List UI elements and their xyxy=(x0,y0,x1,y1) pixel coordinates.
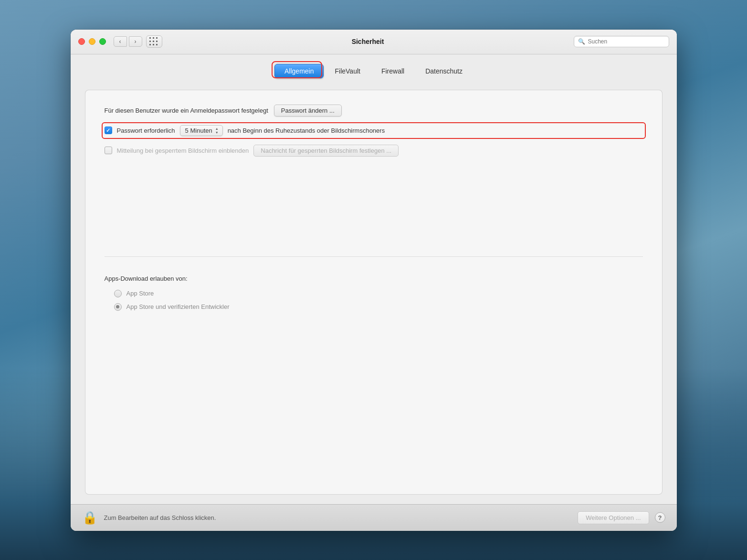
password-row: Für diesen Benutzer wurde ein Anmeldepas… xyxy=(105,105,643,116)
tabs: Allgemein FileVault Firewall Datenschutz xyxy=(274,64,473,78)
password-required-checkbox[interactable]: ✓ xyxy=(105,127,112,134)
overview-button[interactable] xyxy=(146,35,162,48)
radio-appstore-verified-label: App Store und verifizierten Entwickler xyxy=(126,303,230,310)
tabs-wrapper: Allgemein FileVault Firewall Datenschutz xyxy=(85,64,663,78)
checkmark-icon: ✓ xyxy=(106,128,110,133)
content-area: Allgemein FileVault Firewall Datenschutz… xyxy=(71,54,677,504)
radio-selected-indicator xyxy=(116,305,119,308)
window-title: Sicherheit xyxy=(162,38,574,45)
mitteilung-checkbox[interactable] xyxy=(105,147,112,154)
search-icon: 🔍 xyxy=(578,38,585,45)
change-password-button[interactable]: Passwort ändern ... xyxy=(274,105,342,116)
back-button[interactable]: ‹ xyxy=(114,36,127,47)
lock-text: Zum Bearbeiten auf das Schloss klicken. xyxy=(104,514,578,521)
help-button[interactable]: ? xyxy=(655,512,665,523)
forward-button[interactable]: › xyxy=(129,36,142,47)
password-row-label: Für diesen Benutzer wurde ein Anmeldepas… xyxy=(105,107,268,114)
radio-appstore: App Store xyxy=(114,290,643,297)
question-mark-icon: ? xyxy=(658,514,662,521)
search-box[interactable]: 🔍 xyxy=(574,36,669,47)
apps-section-title: Apps-Download erlauben von: xyxy=(105,275,643,282)
time-dropdown[interactable]: 5 Minuten ▲ ▼ xyxy=(180,125,223,136)
mitteilung-label: Mitteilung bei gesperrtem Bildschirm ein… xyxy=(117,147,249,154)
tab-allgemein[interactable]: Allgemein xyxy=(274,64,324,78)
mitteilung-button: Nachricht für gesperrten Bildschirm fest… xyxy=(253,145,399,157)
system-preferences-window: ‹ › Sicherheit 🔍 Allgemein xyxy=(71,30,677,531)
search-input[interactable] xyxy=(588,38,665,45)
dropdown-value: 5 Minuten xyxy=(185,127,212,134)
chevron-down-icon: ▼ xyxy=(215,131,219,134)
radio-group: App Store App Store und verifizierten En… xyxy=(114,290,643,311)
apps-section: Apps-Download erlauben von: App Store Ap… xyxy=(105,270,643,316)
grid-icon xyxy=(149,37,158,46)
settings-panel: Für diesen Benutzer wurde ein Anmeldepas… xyxy=(85,90,663,495)
bottombar: 🔒 Zum Bearbeiten auf das Schloss klicken… xyxy=(71,504,677,531)
radio-appstore-verified-button[interactable] xyxy=(114,303,122,311)
radio-appstore-button[interactable] xyxy=(114,290,122,297)
maximize-button[interactable] xyxy=(99,38,106,45)
minimize-button[interactable] xyxy=(89,38,95,45)
close-button[interactable] xyxy=(78,38,85,45)
tab-filevault[interactable]: FileVault xyxy=(325,64,370,78)
weitere-optionen-button: Weitere Optionen ... xyxy=(578,511,649,524)
nav-buttons: ‹ › xyxy=(114,36,142,47)
titlebar: ‹ › Sicherheit 🔍 xyxy=(71,30,677,54)
forward-icon: › xyxy=(135,38,137,45)
section-divider xyxy=(105,256,643,257)
radio-appstore-label: App Store xyxy=(126,290,154,297)
back-icon: ‹ xyxy=(119,38,121,45)
lock-icon[interactable]: 🔒 xyxy=(82,510,97,525)
mitteilung-row: Mitteilung bei gesperrtem Bildschirm ein… xyxy=(105,145,643,157)
lock-icon-container: 🔒 xyxy=(82,510,97,525)
tab-datenschutz[interactable]: Datenschutz xyxy=(415,64,473,78)
password-required-label: Passwort erforderlich xyxy=(117,127,175,134)
dropdown-arrows: ▲ ▼ xyxy=(215,127,219,134)
radio-appstore-verified: App Store und verifizierten Entwickler xyxy=(114,303,643,311)
ruhezustand-label: nach Beginn des Ruhezustands oder Bildsc… xyxy=(228,127,385,134)
chevron-up-icon: ▲ xyxy=(215,127,219,130)
password-required-row: ✓ Passwort erforderlich 5 Minuten ▲ ▼ na… xyxy=(105,125,643,136)
traffic-lights xyxy=(78,38,106,45)
tab-firewall[interactable]: Firewall xyxy=(371,64,414,78)
